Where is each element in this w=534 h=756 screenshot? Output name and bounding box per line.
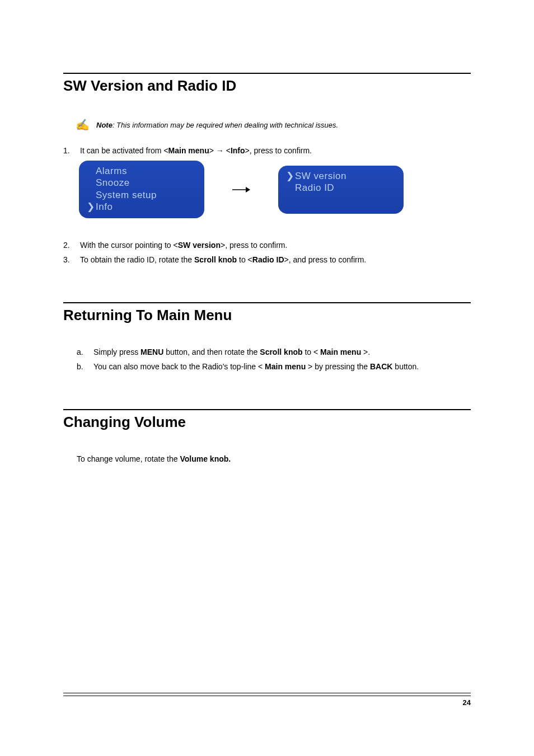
step3-prefix: To obtain the radio ID, rotate the — [80, 255, 194, 264]
cv-term-volume-knob: Volume knob. — [180, 454, 231, 463]
step1-mid2: < — [224, 146, 231, 155]
step-3: To obtain the radio ID, rotate the Scrol… — [63, 255, 471, 264]
a-p1: Simply press — [93, 348, 140, 356]
section-divider — [63, 409, 471, 410]
step-2: With the cursor pointing to <SW version>… — [63, 241, 471, 250]
note-label: Note — [96, 121, 113, 129]
a-term-main-menu: Main menu — [320, 348, 361, 356]
lcd-line-radio-id: Radio ID — [286, 182, 392, 194]
caret-icon: ❯ — [87, 201, 96, 213]
step1-mid1: > — [209, 146, 216, 155]
b-p2: > by pressing the — [306, 362, 370, 371]
lcd-screen-info: ❯SW version Radio ID — [278, 166, 404, 214]
a-term-scroll-knob: Scroll knob — [260, 348, 302, 356]
lcd-line-snooze: Snooze — [87, 177, 193, 189]
section-divider — [63, 302, 471, 303]
lcd-line-info: ❯Info — [87, 201, 193, 213]
step2-prefix: With the cursor pointing to < — [80, 241, 178, 250]
arrow-between — [224, 185, 258, 194]
step3-suffix: >, and press to confirm. — [284, 255, 367, 264]
b-term-main-menu: Main menu — [265, 362, 306, 371]
step-1: It can be activated from <Main menu> → <… — [63, 146, 471, 155]
step3-mid: to < — [237, 255, 252, 264]
lcd-screen-main-menu: Alarms Snooze System setup ❯Info — [79, 161, 204, 218]
b-term-back: BACK — [370, 362, 392, 371]
lcd-line-system-setup: System setup — [87, 189, 193, 201]
arrow-right-icon: → — [216, 146, 224, 155]
heading-returning-main-menu: Returning To Main Menu — [63, 307, 471, 324]
step3-term-radio-id: Radio ID — [252, 255, 284, 264]
arrow-right-icon — [232, 185, 250, 194]
lcd-line-sw-version: ❯SW version — [286, 170, 392, 182]
changing-volume-body: To change volume, rotate the Volume knob… — [77, 454, 471, 463]
b-p3: button. — [392, 362, 419, 371]
note-icon: ✍ — [76, 118, 90, 132]
step1-term-info: Info — [231, 146, 245, 155]
caret-icon: ❯ — [286, 170, 295, 182]
a-p3: to < — [303, 348, 321, 356]
b-p1: You can also move back to the Radio's to… — [93, 362, 265, 371]
lcd-line-alarms: Alarms — [87, 165, 193, 177]
step2-suffix: >, press to confirm. — [221, 241, 287, 250]
heading-sw-version: SW Version and Radio ID — [63, 77, 471, 95]
a-term-menu: MENU — [140, 348, 163, 356]
marker-b: b. — [77, 362, 83, 371]
lcd-screens-row: Alarms Snooze System setup ❯Info ❯SW ver… — [79, 161, 471, 218]
step-b: b. You can also move back to the Radio's… — [77, 362, 471, 371]
footer-rule-1 — [63, 693, 471, 693]
page-number: 24 — [63, 698, 471, 707]
step3-term-scroll-knob: Scroll knob — [194, 255, 237, 264]
note-body: : This information may be required when … — [113, 121, 338, 129]
marker-a: a. — [77, 348, 83, 356]
step2-term-sw-version: SW version — [178, 241, 221, 250]
a-p2: button, and then rotate the — [163, 348, 260, 356]
step1-suffix: >, press to confirm. — [245, 146, 312, 155]
a-p4: >. — [361, 348, 370, 356]
lcd-line-sw-version-text: SW version — [295, 171, 346, 181]
lcd-line-info-text: Info — [96, 201, 113, 212]
step1-prefix: It can be activated from < — [80, 146, 168, 155]
section-divider — [63, 73, 471, 74]
page-footer: 24 — [63, 693, 471, 707]
note-text: Note: This information may be required w… — [96, 121, 338, 129]
footer-rule-2 — [63, 696, 471, 696]
step-a: a. Simply press MENU button, and then ro… — [77, 348, 471, 356]
cv-p1: To change volume, rotate the — [77, 454, 180, 463]
svg-marker-1 — [246, 187, 250, 192]
note: ✍ Note: This information may be required… — [76, 118, 471, 132]
step1-term-main-menu: Main menu — [168, 146, 209, 155]
heading-changing-volume: Changing Volume — [63, 414, 471, 431]
